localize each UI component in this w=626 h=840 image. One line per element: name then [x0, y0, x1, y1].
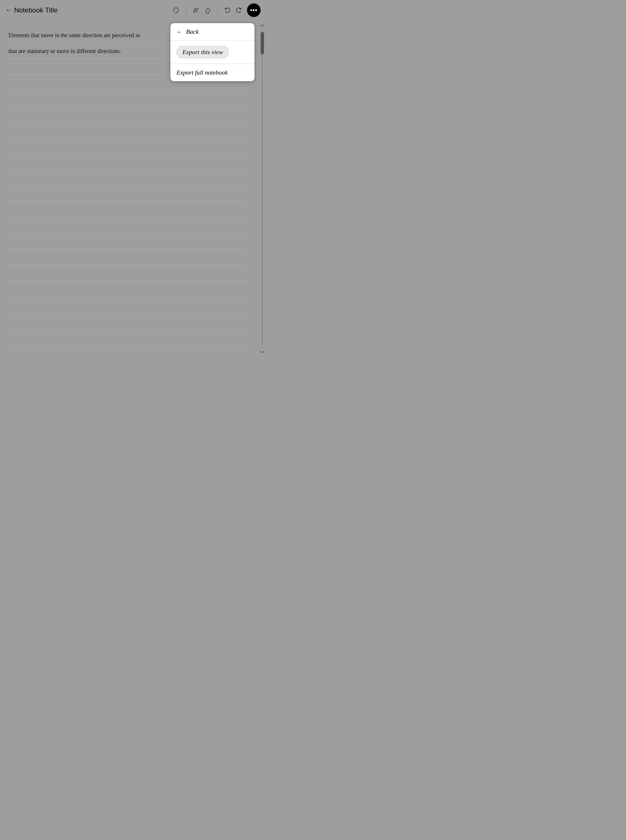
scrollbar [258, 20, 266, 357]
scroll-down-button[interactable] [258, 347, 266, 357]
divider-1 [186, 5, 186, 15]
dropdown-menu: ← Back Export this view Export full note… [170, 23, 255, 82]
scroll-thumb[interactable] [261, 32, 264, 55]
redo-icon[interactable] [235, 6, 243, 14]
dropdown-triangle-inner [231, 23, 237, 23]
pen-icon[interactable] [192, 6, 200, 14]
undo-icon[interactable] [223, 6, 231, 14]
eraser-icon[interactable] [203, 6, 211, 14]
export-notebook-label: Export full notebook [177, 69, 228, 76]
divider-2 [217, 5, 218, 15]
scroll-track[interactable] [262, 32, 263, 346]
dropdown-back-button[interactable]: ← Back [170, 23, 255, 41]
export-view-label: Export this view [177, 46, 229, 58]
more-button[interactable]: ••• [247, 3, 261, 17]
header: ← Notebook Title [0, 0, 266, 20]
back-button[interactable]: ← [6, 6, 12, 14]
header-tools: ••• [172, 3, 261, 17]
dropdown-back-label: Back [186, 28, 199, 35]
back-arrow-icon: ← [177, 29, 182, 35]
lasso-icon[interactable] [172, 6, 180, 14]
notebook-title: Notebook Title [14, 6, 58, 14]
export-notebook-button[interactable]: Export full notebook [170, 64, 255, 82]
export-view-button[interactable]: Export this view [170, 41, 255, 64]
scroll-up-button[interactable] [258, 20, 266, 31]
header-left: ← Notebook Title [6, 6, 172, 14]
